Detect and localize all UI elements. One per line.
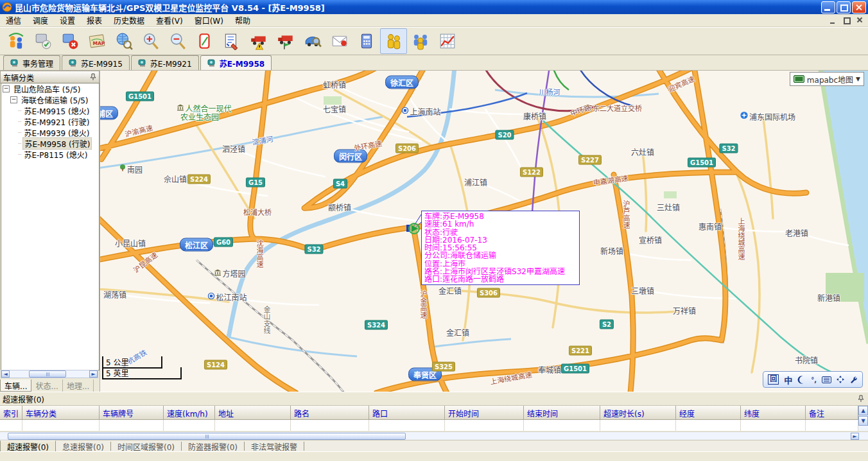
- monitor-confirm-icon[interactable]: [30, 28, 56, 54]
- ime-soft-keyboard-icon[interactable]: [822, 376, 831, 383]
- close-button[interactable]: [852, 1, 866, 13]
- col-vehicle-class[interactable]: 车辆分类: [22, 406, 100, 420]
- pin-icon[interactable]: [90, 73, 96, 81]
- col-address[interactable]: 地址: [215, 406, 291, 420]
- search-globe-icon[interactable]: [110, 28, 137, 54]
- sidebar-horizontal-scrollbar[interactable]: ◄ ►: [1, 370, 98, 378]
- town-label: 南园: [119, 164, 143, 175]
- scroll-down-icon[interactable]: ▼: [858, 416, 868, 426]
- restore-button[interactable]: [837, 1, 851, 13]
- communication-icon[interactable]: [3, 28, 30, 54]
- tree-node-vehicle[interactable]: ┈ 苏E-M9921 (行驶): [18, 116, 99, 127]
- menu-settings[interactable]: 设置: [54, 13, 81, 27]
- pin-icon[interactable]: [858, 395, 864, 403]
- tab-vehicle-m9921[interactable]: 苏E-M9921: [131, 55, 199, 70]
- mdi-close-button[interactable]: [855, 15, 866, 26]
- col-crossing[interactable]: 路口: [369, 406, 445, 420]
- scroll-handle[interactable]: [8, 433, 406, 440]
- tree-node-vehicle[interactable]: ┈ 苏E-M9939 (熄火): [18, 127, 99, 138]
- col-plate[interactable]: 车辆牌号: [100, 406, 164, 420]
- truck-alarm-icon[interactable]: [245, 28, 272, 54]
- scroll-right-icon[interactable]: ►: [851, 433, 859, 440]
- ime-chinese-mode[interactable]: 中: [784, 374, 792, 386]
- ime-settings-wrench-icon[interactable]: [849, 376, 858, 384]
- zoom-in-icon[interactable]: [137, 28, 164, 54]
- mdi-restore-button[interactable]: [841, 15, 853, 26]
- col-latitude[interactable]: 纬度: [741, 406, 806, 420]
- tab-time-zone-alarm[interactable]: 时间区域报警(0): [111, 440, 181, 452]
- road-name-label: 金山支线: [261, 306, 271, 334]
- menu-report[interactable]: 报表: [81, 13, 108, 27]
- ime-fullwidth-moon-icon[interactable]: [797, 376, 806, 384]
- tree-connector: ┈: [18, 152, 21, 158]
- menu-communication[interactable]: 通信: [0, 13, 27, 27]
- dispatch-form-icon[interactable]: [218, 28, 245, 54]
- tab-vehicle-m9915[interactable]: 苏E-M9915: [62, 55, 130, 70]
- tree-node-vehicle[interactable]: ┈ 苏E-P8115 (熄火): [18, 149, 99, 160]
- town-label: 小昆山镇: [115, 238, 146, 248]
- town-label: 方塔园: [214, 268, 245, 279]
- tree-node-group[interactable]: − 海联仓储运输 (5/5): [9, 94, 99, 105]
- zoom-out-icon[interactable]: [164, 28, 191, 54]
- personnel-icon[interactable]: [380, 28, 407, 54]
- device-icon[interactable]: [191, 28, 218, 54]
- tree-connector: ┈: [18, 130, 21, 136]
- monitor-tab-bar: 事务管理 苏E-M9915 苏E-M9921 苏E-M9958: [0, 55, 868, 71]
- col-remark[interactable]: 备注: [806, 406, 858, 420]
- col-index[interactable]: 索引: [0, 406, 22, 420]
- map-icon[interactable]: MAP: [83, 28, 110, 54]
- monitor-close-icon[interactable]: [56, 28, 83, 54]
- col-speed[interactable]: 速度(km/h): [164, 406, 215, 420]
- menu-history[interactable]: 历史数据: [108, 13, 150, 27]
- minimize-button[interactable]: [821, 1, 835, 13]
- tab-vehicle-m9958[interactable]: 苏E-M9958: [200, 55, 272, 70]
- menu-help[interactable]: 帮助: [229, 13, 256, 27]
- menu-bar: 通信 调度 设置 报表 历史数据 查看(V) 窗口(W) 帮助: [0, 14, 868, 27]
- col-start-time[interactable]: 开始时间: [445, 406, 524, 420]
- menu-window[interactable]: 窗口(W): [189, 13, 229, 27]
- alarm-vertical-scrollbar[interactable]: ▲ ▼: [858, 406, 868, 431]
- tree-node-root[interactable]: − 昆山危险品车 (5/5): [1, 83, 99, 94]
- tree-node-vehicle[interactable]: ┈ 苏E-M9915 (熄火): [18, 105, 99, 116]
- col-duration[interactable]: 超速时长(s): [600, 406, 676, 420]
- map-canvas[interactable]: 浦区徐汇区闵行区松江区奉贤区虹桥镇七宝镇上海南站康桥镇浦东国际机场六灶镇三灶镇惠…: [100, 71, 868, 392]
- collapse-icon[interactable]: −: [3, 85, 10, 92]
- calculator-icon[interactable]: [353, 28, 380, 54]
- scroll-handle[interactable]: [29, 370, 66, 378]
- mdi-minimize-button[interactable]: [828, 15, 839, 26]
- col-longitude[interactable]: 经度: [676, 406, 741, 420]
- report-chart-icon[interactable]: [434, 28, 461, 54]
- mail-icon[interactable]: [326, 28, 353, 54]
- menu-dispatch[interactable]: 调度: [27, 13, 54, 27]
- col-end-time[interactable]: 结束时间: [524, 406, 600, 420]
- ime-logo-icon[interactable]: 回: [768, 374, 779, 385]
- scroll-up-icon[interactable]: ▲: [858, 406, 868, 415]
- tab-illegal-driving-alarm[interactable]: 非法驾驶报警: [245, 440, 304, 452]
- tab-task-manage[interactable]: 事务管理: [3, 55, 60, 70]
- road-name-label: 外环高速: [353, 137, 383, 152]
- scroll-left-icon[interactable]: ◄: [1, 370, 10, 378]
- vehicle-query-icon[interactable]: [299, 28, 326, 54]
- tab-antitheft-alarm[interactable]: 防盗器报警(0): [182, 440, 244, 452]
- map-provider-selector[interactable]: mapabc地图 ▼: [790, 72, 864, 86]
- popup-speed: 速度:61 km/h: [424, 220, 577, 228]
- ime-punctuation-icon[interactable]: °,: [811, 376, 817, 383]
- users-icon[interactable]: [407, 28, 434, 54]
- tab-vehicle-list[interactable]: 车辆...: [0, 379, 31, 392]
- ime-move-icon[interactable]: [837, 376, 844, 383]
- tree-node-vehicle-selected[interactable]: ┈ 苏E-M9958 (行驶): [18, 138, 99, 149]
- road-name-label: 上海绕城高速: [489, 369, 533, 386]
- tab-overspeed-alarm[interactable]: 超速报警(0): [0, 440, 56, 452]
- collapse-icon[interactable]: −: [10, 96, 17, 103]
- tab-status[interactable]: 状态...: [31, 379, 62, 392]
- tab-geography[interactable]: 地理...: [63, 379, 94, 392]
- alarm-horizontal-scrollbar[interactable]: ►: [0, 431, 868, 440]
- scroll-right-icon[interactable]: ►: [89, 370, 98, 378]
- alarm-table-header: 索引 车辆分类 车辆牌号 速度(km/h) 地址 路名 路口 开始时间 结束时间…: [0, 406, 858, 420]
- menu-view[interactable]: 查看(V): [150, 13, 189, 27]
- road-name-label: 中环路: [569, 101, 592, 118]
- tab-idle-alarm[interactable]: 怠速报警(0): [56, 440, 110, 452]
- road-name-label: 川杨河: [539, 87, 560, 97]
- truck-track-icon[interactable]: [272, 28, 299, 54]
- col-road[interactable]: 路名: [291, 406, 369, 420]
